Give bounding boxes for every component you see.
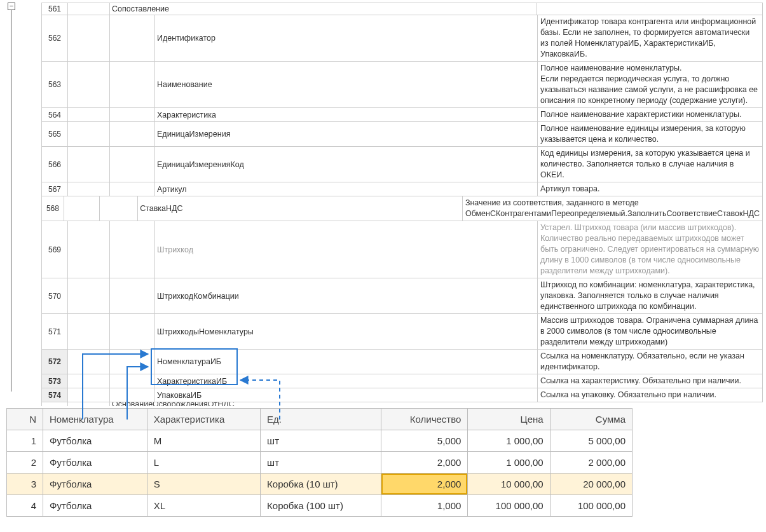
cell-characteristic[interactable]: S [147,474,260,495]
cell-n[interactable]: 4 [7,495,43,517]
row-number[interactable]: 572 [41,350,68,374]
row-number[interactable]: 567 [41,182,68,196]
node-description: Значение из соответствия, заданного в ме… [463,196,763,221]
tree-row[interactable]: 561Сопоставление [41,3,763,15]
tree-row[interactable]: 566ЕдиницаИзмеренияКодКод единицы измере… [41,146,763,182]
tree-row[interactable]: 573ХарактеристикаИБСсылка на характерист… [41,374,763,388]
tree-indent [64,196,100,221]
cell-characteristic[interactable]: L [147,452,260,474]
outline-gutter: − [6,3,38,392]
node-name[interactable]: СтавкаНДС [138,196,463,221]
node-description [537,3,763,15]
cell-qty[interactable]: 5,000 [381,430,468,452]
col-qty: Количество [381,409,468,430]
tree-indent [68,350,110,374]
row-number[interactable]: 570 [41,278,68,313]
cell-nomenclature[interactable]: Футболка [43,430,147,452]
row-number[interactable]: 574 [41,388,68,402]
tree-row[interactable]: 569ШтрихкодУстарел. Штрихкод товара (или… [41,221,763,278]
node-description: Артикул товара. [538,182,763,196]
cell-n[interactable]: 2 [7,452,43,474]
row-number[interactable]: 561 [41,3,68,15]
tree-row[interactable]: 563НаименованиеПолное наименование номен… [41,61,763,107]
node-name[interactable]: ЕдиницаИзмеренияКод [155,147,538,182]
tree-indent [110,374,155,388]
tree-indent [68,182,110,196]
cell-qty[interactable]: 2,000 [381,452,468,474]
table-row[interactable]: 4ФутболкаXLКоробка (100 шт)1,000100 000,… [7,495,633,517]
tree-row[interactable]: 570ШтрихкодКомбинацииШтрихкод по комбина… [41,278,763,313]
table-row[interactable]: 2ФутболкаLшт2,0001 000,002 000,00 [7,452,633,474]
node-name[interactable]: Штрихкод [155,221,538,278]
tree-indent [110,108,155,121]
tree-row[interactable]: 567АртикулАртикул товара. [41,182,763,196]
tree-row[interactable]: 574УпаковкаИБСсылка на упаковку. Обязате… [41,388,763,402]
cell-characteristic[interactable]: XL [147,495,260,517]
cell-sum[interactable]: 5 000,00 [550,430,632,452]
col-nomenclature: Номенклатура [43,409,147,430]
tree-row[interactable]: 562ИдентификаторИдентификатор товара кон… [41,15,763,61]
row-number[interactable]: 563 [41,62,68,107]
tree-indent [100,196,138,221]
tree-indent [110,182,155,196]
cell-sum[interactable]: 100 000,00 [550,495,632,517]
cell-sum[interactable]: 2 000,00 [550,452,632,474]
tree-row[interactable]: 572НоменклатураИБСсылка на номенклатуру.… [41,349,763,374]
tree-indent [110,350,155,374]
cell-unit[interactable]: Коробка (100 шт) [261,495,381,517]
cell-unit[interactable]: шт [261,452,381,474]
tree-indent [68,122,110,146]
node-name[interactable]: ШтрихкодыНоменклатуры [155,314,538,349]
cell-qty[interactable]: 1,000 [381,495,468,517]
cell-nomenclature[interactable]: Футболка [43,452,147,474]
node-name[interactable]: УпаковкаИБ [155,388,538,402]
cell-price[interactable]: 1 000,00 [468,430,550,452]
node-name[interactable]: Характеристика [155,108,538,121]
row-number[interactable]: 569 [41,221,68,278]
tree-row[interactable]: 571ШтрихкодыНоменклатурыМассив штрихкодо… [41,313,763,349]
row-number[interactable]: 562 [41,15,68,61]
table-row[interactable]: 3ФутболкаSКоробка (10 шт)2,00010 000,002… [7,474,633,495]
tree-indent [68,147,110,182]
cell-n[interactable]: 1 [7,430,43,452]
cell-qty[interactable]: 2,000 [381,474,468,495]
table-header-row: N Номенклатура Характеристика Ед. Количе… [7,409,633,430]
node-name[interactable]: НоменклатураИБ [155,350,538,374]
node-description: Полное наименование характеристики номен… [538,108,763,121]
node-name[interactable]: Сопоставление [110,3,537,15]
node-description: Ссылка на характеристику. Обязательно пр… [538,374,763,388]
cell-nomenclature[interactable]: Футболка [43,495,147,517]
tree-row[interactable]: 564ХарактеристикаПолное наименование хар… [41,107,763,121]
tree-row[interactable]: 568СтавкаНДСЗначение из соответствия, за… [41,196,763,221]
tree-row[interactable]: 565ЕдиницаИзмеренияПолное наименование е… [41,121,763,146]
cell-unit[interactable]: шт [261,430,381,452]
cell-nomenclature[interactable]: Футболка [43,474,147,495]
tree-indent [68,15,110,61]
tree-indent [110,62,155,107]
node-name[interactable]: ШтрихкодКомбинации [155,278,538,313]
row-number[interactable]: 568 [41,196,64,221]
cell-price[interactable]: 100 000,00 [468,495,550,517]
cell-price[interactable]: 10 000,00 [468,474,550,495]
line-items-table[interactable]: N Номенклатура Характеристика Ед. Количе… [6,408,633,517]
table-row[interactable]: 1ФутболкаMшт5,0001 000,005 000,00 [7,430,633,452]
node-name[interactable]: ЕдиницаИзмерения [155,122,538,146]
cell-characteristic[interactable]: M [147,430,260,452]
cell-unit[interactable]: Коробка (10 шт) [261,474,381,495]
node-name[interactable]: Артикул [155,182,538,196]
col-characteristic: Характеристика [147,409,260,430]
node-name[interactable]: Идентификатор [155,15,538,61]
row-number[interactable]: 566 [41,147,68,182]
node-name[interactable]: ХарактеристикаИБ [155,374,538,388]
cell-price[interactable]: 1 000,00 [468,452,550,474]
row-number[interactable]: 571 [41,314,68,349]
cell-sum[interactable]: 20 000,00 [550,474,632,495]
row-number[interactable]: 564 [41,108,68,121]
row-number[interactable]: 565 [41,122,68,146]
cell-n[interactable]: 3 [7,474,43,495]
collapse-icon[interactable]: − [8,3,15,10]
node-description: Штрихкод по комбинации: номенклатура, ха… [538,278,763,313]
tree-indent [110,122,155,146]
row-number[interactable]: 573 [41,374,68,388]
node-name[interactable]: Наименование [155,62,538,107]
